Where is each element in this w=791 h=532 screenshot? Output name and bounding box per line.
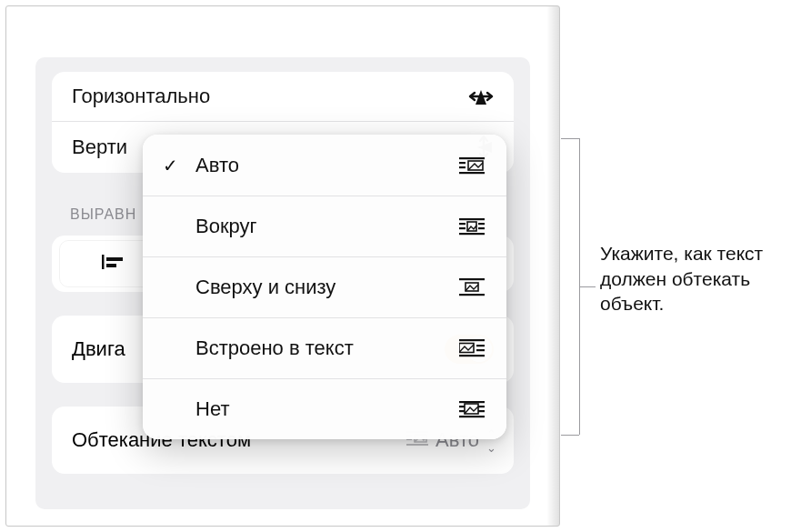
text-wrap-popover: ✓ Авто Вокруг bbox=[143, 135, 506, 439]
wrap-option-around[interactable]: Вокруг bbox=[143, 196, 506, 256]
svg-rect-1 bbox=[106, 257, 123, 261]
svg-rect-23 bbox=[476, 345, 485, 346]
flip-horizontal-row[interactable]: Горизонтально bbox=[52, 72, 514, 122]
svg-rect-30 bbox=[459, 416, 485, 417]
svg-rect-14 bbox=[478, 223, 485, 225]
wrap-option-none[interactable]: Нет bbox=[143, 378, 506, 439]
wrap-option-label: Вокруг bbox=[195, 215, 257, 238]
alignment-section-label: ВЫРАВН bbox=[70, 206, 136, 223]
move-with-text-label: Двига bbox=[72, 337, 125, 361]
svg-rect-12 bbox=[459, 218, 485, 220]
wrap-option-inline[interactable]: Встроено в текст bbox=[143, 317, 506, 378]
wrap-option-label: Нет bbox=[195, 397, 229, 421]
wrap-option-label: Встроено в текст bbox=[195, 336, 354, 360]
svg-rect-27 bbox=[459, 401, 485, 403]
svg-rect-8 bbox=[459, 162, 466, 164]
inner-shadow bbox=[546, 6, 559, 526]
inspector-panel: Горизонтально Верти ВЫРАВН bbox=[5, 5, 560, 527]
wrap-above-below-icon bbox=[459, 278, 485, 296]
callout-text: Укажите, как текст должен обтекать объек… bbox=[600, 241, 782, 316]
svg-rect-20 bbox=[459, 294, 485, 296]
callout-bracket-bottom bbox=[561, 435, 579, 436]
wrap-auto-icon bbox=[459, 156, 485, 175]
flip-vertical-label: Верти bbox=[72, 136, 127, 159]
flip-horizontal-label: Горизонтально bbox=[72, 85, 210, 108]
svg-rect-22 bbox=[459, 339, 485, 341]
svg-rect-24 bbox=[476, 349, 485, 351]
svg-rect-25 bbox=[459, 355, 485, 356]
callout-bracket-mid bbox=[579, 286, 596, 287]
flip-horizontal-icon bbox=[468, 86, 494, 106]
wrap-option-above-below[interactable]: Сверху и снизу bbox=[143, 256, 506, 317]
wrap-inline-icon bbox=[459, 339, 485, 357]
svg-rect-9 bbox=[459, 166, 466, 168]
svg-rect-0 bbox=[102, 255, 105, 269]
wrap-none-icon bbox=[459, 400, 485, 418]
svg-rect-19 bbox=[459, 278, 485, 280]
wrap-around-icon bbox=[459, 217, 485, 236]
svg-rect-7 bbox=[459, 157, 485, 159]
svg-rect-15 bbox=[459, 227, 466, 229]
svg-rect-10 bbox=[459, 172, 485, 174]
callout-bracket-top bbox=[561, 138, 579, 139]
svg-rect-2 bbox=[106, 264, 116, 267]
wrap-option-label: Авто bbox=[195, 154, 239, 177]
wrap-option-label: Сверху и снизу bbox=[195, 276, 335, 299]
wrap-option-auto[interactable]: ✓ Авто bbox=[143, 135, 506, 196]
svg-rect-16 bbox=[478, 227, 485, 229]
svg-rect-13 bbox=[459, 223, 466, 225]
checkmark-icon: ✓ bbox=[163, 155, 178, 176]
svg-rect-6 bbox=[406, 444, 428, 446]
svg-rect-17 bbox=[459, 233, 485, 235]
align-left-icon bbox=[100, 252, 125, 276]
